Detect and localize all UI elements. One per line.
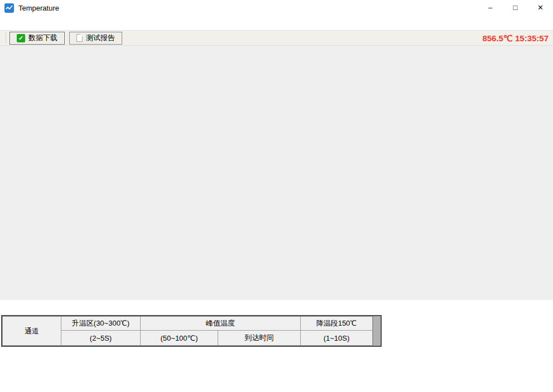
chart-region <box>0 46 553 300</box>
col-subheader-rise: (2~5S) <box>61 331 141 346</box>
document-icon <box>76 34 83 42</box>
test-report-button[interactable]: 测试报告 <box>69 32 122 45</box>
app-icon <box>4 3 14 13</box>
col-header-channel: 通道 <box>3 317 61 346</box>
toolbar: 数据下载 测试报告 856.5℃ 15:35:57 <box>0 30 553 46</box>
download-check-icon <box>17 34 25 42</box>
toolbar-separator <box>6 32 6 43</box>
analysis-table: 通道 升温区(30~300℃) 峰值温度 降温段150℃ (2~5S) (50~… <box>1 315 382 347</box>
download-data-button[interactable]: 数据下载 <box>9 32 65 45</box>
test-report-label: 测试报告 <box>86 33 115 43</box>
temperature-time-readout: 856.5℃ 15:35:57 <box>482 33 549 43</box>
tab-bar <box>0 300 553 315</box>
close-button[interactable]: ✕ <box>528 0 553 16</box>
window-title: Temperature <box>18 4 59 12</box>
col-header-peak: 峰值温度 <box>141 317 301 331</box>
col-subheader-cool: (1~10S) <box>301 331 373 346</box>
col-subheader-peak-range: (50~100℃) <box>141 331 218 346</box>
titlebar: Temperature – □ ✕ <box>0 0 553 16</box>
col-subheader-arrival: 到达时间 <box>218 331 301 346</box>
minimize-button[interactable]: – <box>478 0 503 16</box>
col-header-cool: 降温段150℃ <box>301 317 373 331</box>
maximize-button[interactable]: □ <box>503 0 528 16</box>
download-data-label: 数据下载 <box>28 33 57 43</box>
window-controls: – □ ✕ <box>478 0 553 16</box>
temperature-chart[interactable] <box>0 46 553 300</box>
menubar <box>0 16 553 30</box>
table-scrollbar-track[interactable] <box>373 316 381 346</box>
analysis-data-table: 通道 升温区(30~300℃) 峰值温度 降温段150℃ (2~5S) (50~… <box>2 316 373 346</box>
col-header-rise: 升温区(30~300℃) <box>61 317 141 331</box>
